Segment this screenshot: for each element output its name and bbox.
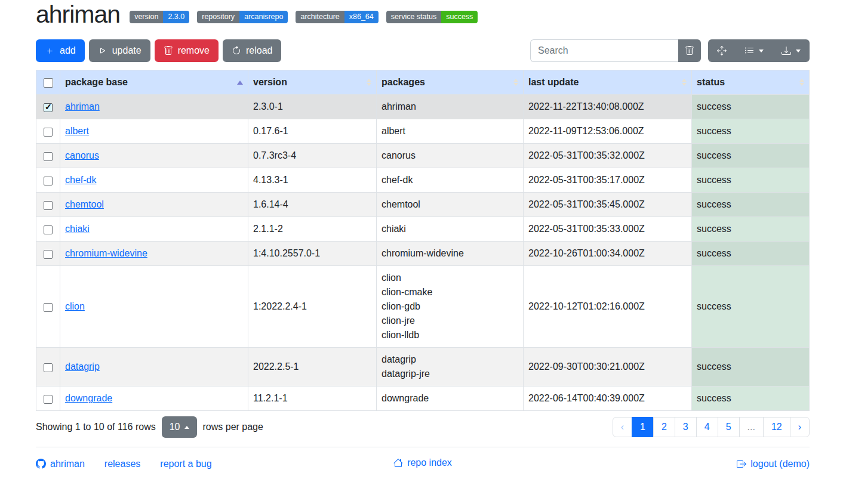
row-checkbox[interactable]	[44, 103, 53, 112]
row-checkbox[interactable]	[44, 152, 53, 161]
package-name: ahriman	[381, 100, 518, 114]
releases-link-label: releases	[104, 459, 140, 469]
column-header-version[interactable]: version	[248, 70, 377, 95]
select-all-checkbox[interactable]	[44, 78, 53, 88]
cell-version: 1.6.14-4	[248, 193, 377, 217]
column-label: package base	[65, 77, 128, 88]
row-checkbox[interactable]	[44, 201, 53, 210]
cell-status: success	[692, 168, 810, 193]
releases-link[interactable]: releases	[104, 459, 140, 469]
column-header-status[interactable]: status	[692, 70, 810, 95]
pagination-page-5[interactable]: 5	[718, 417, 740, 437]
table-row[interactable]: clion 1:2022.2.4-1 clionclion-cmakeclion…	[36, 266, 810, 348]
table-row[interactable]: downgrade 11.2.1-1 downgrade 2022-06-14T…	[36, 386, 810, 411]
pagination-item: 5	[718, 417, 740, 437]
cell-packages: chemtool	[377, 193, 524, 217]
package-name: clion-lldb	[381, 328, 518, 342]
badge-value: success	[441, 11, 478, 24]
table-row[interactable]: chromium-widevine 1:4.10.2557.0-1 chromi…	[36, 242, 810, 266]
columns-list-icon	[744, 46, 754, 55]
github-link-label: ahriman	[50, 459, 85, 469]
update-button[interactable]: update	[89, 39, 150, 62]
package-base-link[interactable]: downgrade	[65, 393, 112, 403]
pagination-item: 4	[696, 417, 718, 437]
pagination-page-12[interactable]: 12	[763, 417, 790, 437]
toolbar-actions: add update remove reload	[36, 39, 281, 62]
table-row[interactable]: canorus 0.7.3rc3-4 canorus 2022-05-31T00…	[36, 144, 810, 168]
column-label: packages	[381, 77, 425, 88]
app-header: ahriman version2.3.0repositoryarcanisrep…	[36, 1, 810, 28]
report-bug-link[interactable]: report a bug	[160, 459, 211, 469]
table-row[interactable]: chiaki 2.1.1-2 chiaki 2022-05-31T00:35:3…	[36, 217, 810, 242]
badge-value: x86_64	[344, 11, 379, 24]
row-select-cell	[36, 217, 60, 242]
package-name: chef-dk	[381, 173, 518, 187]
select-all-header[interactable]	[36, 70, 60, 95]
column-header-package_base[interactable]: package base	[60, 70, 248, 95]
package-name: downgrade	[381, 391, 518, 406]
reload-button[interactable]: reload	[223, 39, 281, 62]
page-size-button[interactable]: 10	[162, 416, 197, 438]
row-checkbox[interactable]	[44, 250, 53, 259]
package-base-link[interactable]: chef-dk	[65, 175, 96, 185]
search-input[interactable]	[530, 39, 678, 62]
remove-button-label: remove	[178, 44, 210, 57]
logout-link[interactable]: logout (demo)	[737, 459, 810, 469]
remove-button[interactable]: remove	[155, 39, 219, 62]
badge-repository: repositoryarcanisrepo	[197, 11, 288, 24]
package-name: clion-jre	[381, 314, 518, 328]
row-checkbox[interactable]	[44, 225, 53, 234]
github-link[interactable]: ahriman	[36, 459, 85, 469]
row-checkbox[interactable]	[44, 395, 53, 404]
pagination-next[interactable]: ›	[790, 417, 810, 437]
package-base-link[interactable]: clion	[65, 301, 85, 311]
table-row[interactable]: datagrip 2022.2.5-1 datagripdatagrip-jre…	[36, 348, 810, 386]
row-checkbox[interactable]	[44, 303, 53, 312]
row-checkbox[interactable]	[44, 363, 53, 372]
cell-version: 1:4.10.2557.0-1	[248, 242, 377, 266]
cell-package-base: chemtool	[60, 193, 248, 217]
cell-packages: chiaki	[377, 217, 524, 242]
table-row[interactable]: albert 0.17.6-1 albert 2022-11-09T12:53:…	[36, 119, 810, 144]
cell-package-base: clion	[60, 266, 248, 348]
pagination-page-2[interactable]: 2	[653, 417, 675, 437]
package-base-link[interactable]: albert	[65, 126, 89, 136]
clear-search-button[interactable]	[678, 39, 701, 62]
badge-value: arcanisrepo	[239, 11, 288, 24]
row-select-cell	[36, 348, 60, 386]
row-checkbox[interactable]	[44, 128, 53, 137]
column-header-packages[interactable]: packages	[377, 70, 524, 95]
repo-index-link[interactable]: repo index	[393, 457, 452, 468]
export-dropdown-button[interactable]	[773, 39, 810, 62]
package-base-link[interactable]: chromium-widevine	[65, 248, 147, 258]
cell-status: success	[692, 266, 810, 348]
pagination-page-4[interactable]: 4	[696, 417, 718, 437]
row-select-cell	[36, 144, 60, 168]
cell-version: 1:2022.2.4-1	[248, 266, 377, 348]
pagination: ‹12345...12›	[613, 417, 810, 437]
table-row[interactable]: chef-dk 4.13.3-1 chef-dk 2022-05-31T00:3…	[36, 168, 810, 193]
row-checkbox[interactable]	[44, 177, 53, 185]
fullscreen-button[interactable]	[708, 39, 736, 62]
cell-last-update: 2022-11-22T13:40:08.000Z	[524, 95, 692, 119]
column-label: status	[697, 77, 725, 88]
package-base-link[interactable]: ahriman	[65, 101, 100, 112]
table-row[interactable]: chemtool 1.6.14-4 chemtool 2022-05-31T00…	[36, 193, 810, 217]
add-button[interactable]: add	[36, 39, 85, 62]
pagination-prev[interactable]: ‹	[613, 417, 632, 437]
package-base-link[interactable]: chemtool	[65, 199, 104, 209]
house-icon	[393, 458, 403, 468]
pagination-page-1[interactable]: 1	[632, 417, 654, 437]
package-base-link[interactable]: datagrip	[65, 361, 100, 372]
table-row[interactable]: ahriman 2.3.0-1 ahriman 2022-11-22T13:40…	[36, 95, 810, 119]
github-icon	[36, 459, 46, 469]
pagination-info: Showing 1 to 10 of 116 rows 10 rows per …	[36, 416, 263, 438]
package-base-link[interactable]: canorus	[65, 150, 99, 160]
column-header-last_update[interactable]: last update	[524, 70, 692, 95]
repo-index-area: repo index	[393, 457, 452, 470]
column-label: version	[253, 77, 287, 88]
pagination-page-3[interactable]: 3	[675, 417, 697, 437]
package-base-link[interactable]: chiaki	[65, 224, 90, 234]
rows-per-page-label: rows per page	[203, 422, 263, 432]
columns-dropdown-button[interactable]	[736, 39, 773, 62]
